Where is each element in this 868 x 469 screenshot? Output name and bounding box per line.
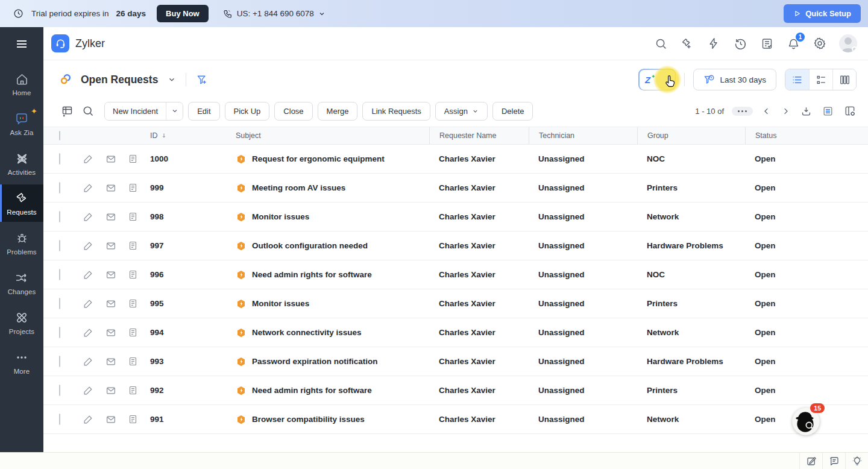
email-row-icon[interactable] [104,268,127,282]
row-checkbox[interactable] [59,240,60,251]
request-id[interactable]: 996 [150,270,236,279]
edit-row-icon[interactable] [82,239,104,252]
list-search-icon[interactable] [80,103,96,119]
summary-report-icon[interactable] [821,104,835,118]
request-id[interactable]: 1000 [150,154,236,163]
chat-icon[interactable] [822,453,845,469]
table-row[interactable]: 994 Network connectivity issues Charles … [43,318,868,347]
table-row[interactable]: 996 Need admin rights for software Charl… [43,260,868,289]
user-avatar[interactable] [839,34,857,52]
notes-row-icon[interactable] [127,153,150,165]
row-checkbox[interactable] [59,298,60,309]
request-subject[interactable]: Outlook configuration needed [252,241,368,250]
brand[interactable]: Zylker [51,34,105,52]
column-header-group[interactable]: Group [637,127,745,144]
request-subject[interactable]: Network connectivity issues [252,328,362,337]
edit-row-icon[interactable] [82,326,104,339]
edit-row-icon[interactable] [82,413,104,426]
notes-row-icon[interactable] [127,413,150,426]
table-row[interactable]: 993 Password expiration notification Cha… [43,347,868,376]
search-icon[interactable] [653,36,668,51]
link-requests-button[interactable]: Link Requests [362,102,430,121]
sidebar-item-requests[interactable]: Requests [0,184,43,222]
add-request-icon[interactable] [680,36,694,51]
edit-row-icon[interactable] [82,268,104,281]
row-checkbox[interactable] [59,385,60,396]
buy-now-button[interactable]: Buy Now [157,5,209,22]
table-row[interactable]: 998 Monitor issues Charles Xavier Unassi… [43,203,868,231]
date-range-filter-button[interactable]: Last 30 days [693,69,776,90]
email-row-icon[interactable] [104,153,127,166]
delete-button[interactable]: Delete [492,102,533,121]
previous-page-icon[interactable] [761,105,772,117]
assign-button[interactable]: Assign [435,102,488,121]
email-row-icon[interactable] [104,384,127,397]
request-subject[interactable]: Monitor issues [252,212,309,221]
approvals-icon[interactable] [760,36,774,51]
table-row[interactable]: 991 Browser compatibility issues Charles… [43,405,868,434]
row-checkbox[interactable] [59,211,60,222]
row-checkbox[interactable] [59,269,60,280]
hamburger-menu-icon[interactable] [0,27,43,60]
edit-row-icon[interactable] [82,384,104,397]
column-header-status[interactable]: Status [745,127,857,144]
card-view-button[interactable] [809,69,832,90]
merge-button[interactable]: Merge [318,102,358,121]
row-checkbox[interactable] [59,153,60,165]
email-row-icon[interactable] [104,297,127,310]
email-row-icon[interactable] [104,210,127,224]
table-row[interactable]: 992 Need admin rights for software Charl… [43,376,868,405]
request-subject[interactable]: Meeting room AV issues [252,183,345,192]
request-id[interactable]: 999 [150,183,236,192]
request-id[interactable]: 995 [150,299,236,308]
feedback-compose-icon[interactable] [799,453,822,469]
request-subject[interactable]: Browser compatibility issues [252,415,365,424]
request-id[interactable]: 993 [150,357,236,366]
email-row-icon[interactable] [104,181,127,195]
page-count-ellipsis-button[interactable] [732,107,753,116]
column-header-requester[interactable]: Requester Name [429,127,529,144]
board-view-button[interactable] [832,69,856,90]
sidebar-item-changes[interactable]: Changes [0,264,43,301]
edit-row-icon[interactable] [82,210,104,223]
request-subject[interactable]: Request for ergonomic equipment [252,154,385,163]
history-icon[interactable] [733,36,747,51]
next-page-icon[interactable] [780,105,791,117]
table-row[interactable]: 1000 Request for ergonomic equipment Cha… [43,145,868,174]
add-filter-icon[interactable] [193,71,210,88]
edit-row-icon[interactable] [82,153,104,165]
sidebar-item-projects[interactable]: Projects [0,304,43,341]
select-all-checkbox[interactable] [59,131,60,140]
column-header-subject[interactable]: Subject [236,131,429,140]
row-checkbox[interactable] [59,327,60,338]
export-download-icon[interactable] [799,104,813,118]
edit-row-icon[interactable] [82,297,104,310]
sidebar-item-problems[interactable]: Problems [0,224,43,262]
request-id[interactable]: 992 [150,386,236,395]
request-subject[interactable]: Need admin rights for software [252,386,372,395]
view-selector-chevron-icon[interactable] [165,73,178,86]
notes-row-icon[interactable] [127,210,150,223]
row-checkbox[interactable] [59,182,60,194]
email-row-icon[interactable] [104,239,127,253]
notes-row-icon[interactable] [127,297,150,310]
email-row-icon[interactable] [104,326,127,339]
tips-lightbulb-icon[interactable] [845,453,868,469]
row-checkbox[interactable] [59,414,60,425]
zia-detective-button[interactable]: 15 [792,408,820,435]
quick-setup-button[interactable]: Quick Setup [784,4,861,23]
new-incident-dropdown-icon[interactable] [166,102,183,120]
table-row[interactable]: 995 Monitor issues Charles Xavier Unassi… [43,289,868,318]
edit-button[interactable]: Edit [188,102,219,121]
settings-gear-icon[interactable] [813,36,827,51]
request-subject[interactable]: Need admin rights for software [252,270,372,279]
notes-row-icon[interactable] [127,181,150,194]
notifications-bell-icon[interactable]: 1 [786,36,800,51]
support-phone[interactable]: US: +1 844 690 6078 [223,9,326,19]
table-row[interactable]: 999 Meeting room AV issues Charles Xavie… [43,174,868,203]
column-settings-icon[interactable] [843,104,857,118]
request-subject[interactable]: Monitor issues [252,299,309,308]
email-row-icon[interactable] [104,355,127,368]
sidebar-item-more[interactable]: More [0,344,43,381]
new-incident-button[interactable]: New Incident [105,102,166,120]
